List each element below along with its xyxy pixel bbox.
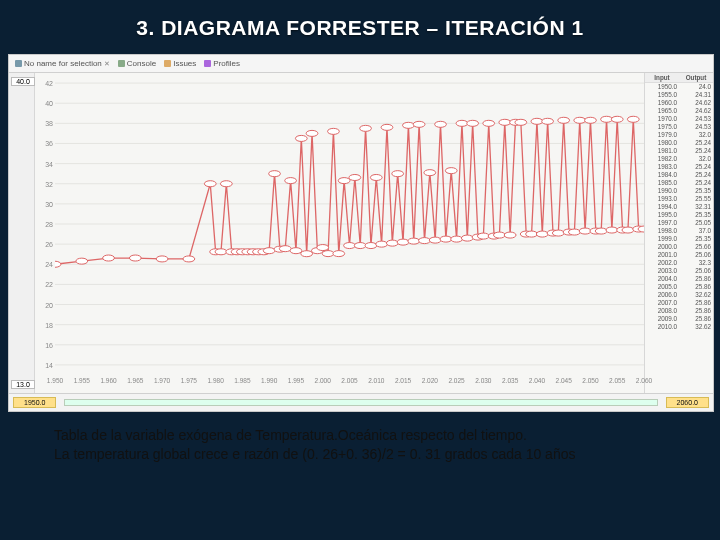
- svg-point-17: [103, 255, 115, 261]
- tab-profiles[interactable]: Profiles: [204, 59, 240, 68]
- svg-point-76: [499, 119, 511, 125]
- table-row: 2008.025.86: [645, 307, 713, 315]
- y-min-input[interactable]: [11, 380, 35, 389]
- svg-point-95: [601, 116, 613, 122]
- svg-point-67: [451, 236, 463, 242]
- svg-point-44: [328, 128, 340, 134]
- table-row: 2007.025.86: [645, 299, 713, 307]
- y-tick: 28: [45, 221, 53, 228]
- x-tick: 1.960: [100, 377, 116, 384]
- slide-title: 3. DIAGRAMA FORRESTER – ITERACIÓN 1: [0, 0, 720, 50]
- table-row: 1998.037.0: [645, 227, 713, 235]
- svg-point-50: [360, 125, 372, 131]
- svg-point-100: [627, 116, 639, 122]
- svg-point-51: [365, 243, 377, 249]
- table-row: 1985.025.24: [645, 179, 713, 187]
- y-max-input[interactable]: [11, 77, 35, 86]
- chart-area: 141618202224262830323436384042 1.9501.95…: [35, 73, 644, 393]
- plot[interactable]: [55, 73, 644, 375]
- y-tick: 22: [45, 281, 53, 288]
- svg-point-55: [386, 240, 398, 246]
- y-tick: 30: [45, 200, 53, 207]
- svg-point-65: [440, 236, 452, 242]
- svg-point-91: [579, 228, 591, 234]
- x-tick: 2.050: [582, 377, 598, 384]
- svg-point-42: [317, 245, 329, 251]
- x-tick: 1.965: [127, 377, 143, 384]
- tab-issues[interactable]: Issues: [164, 59, 196, 68]
- svg-point-21: [204, 181, 216, 187]
- svg-point-24: [220, 181, 232, 187]
- svg-point-94: [595, 228, 607, 234]
- issues-icon: [164, 60, 171, 67]
- x-tick: 1.995: [288, 377, 304, 384]
- table-row: 1965.024.62: [645, 107, 713, 115]
- x-tick: 2.045: [556, 377, 572, 384]
- table-row: 2004.025.86: [645, 275, 713, 283]
- profiles-icon: [204, 60, 211, 67]
- svg-point-48: [349, 174, 361, 180]
- svg-point-47: [344, 243, 356, 249]
- tab-selection[interactable]: No name for selection✕: [15, 59, 110, 68]
- slider-track[interactable]: [64, 399, 657, 406]
- table-row: 2002.032.3: [645, 259, 713, 267]
- y-tick: 14: [45, 361, 53, 368]
- caption-line-1: Tabla de la variable exógena de Temperat…: [54, 426, 666, 445]
- table-rows: 1950.024.01955.024.311960.024.621965.024…: [645, 83, 713, 331]
- svg-point-36: [285, 178, 297, 184]
- x-tick: 2.000: [315, 377, 331, 384]
- table-row: 1990.025.35: [645, 187, 713, 195]
- data-table: Input Output 1950.024.01955.024.311960.0…: [644, 73, 713, 393]
- y-tick: 40: [45, 100, 53, 107]
- x-tick: 1.975: [181, 377, 197, 384]
- table-row: 2001.025.06: [645, 251, 713, 259]
- svg-point-92: [585, 117, 597, 123]
- svg-point-68: [456, 120, 468, 126]
- slider-end[interactable]: 2060.0: [666, 397, 709, 408]
- work-row: 141618202224262830323436384042 1.9501.95…: [9, 73, 713, 393]
- svg-point-20: [183, 256, 195, 262]
- svg-point-81: [526, 231, 538, 237]
- svg-point-33: [269, 171, 281, 177]
- col-input: Input: [645, 73, 679, 82]
- svg-point-61: [419, 238, 431, 244]
- svg-point-35: [279, 246, 291, 252]
- table-row: 2009.025.86: [645, 315, 713, 323]
- table-row: 1999.025.35: [645, 235, 713, 243]
- table-row: 2005.025.86: [645, 283, 713, 291]
- svg-point-46: [338, 178, 350, 184]
- x-tick: 2.035: [502, 377, 518, 384]
- svg-point-86: [552, 230, 564, 236]
- svg-point-54: [381, 124, 393, 130]
- svg-point-38: [295, 135, 307, 141]
- tab-label: Profiles: [213, 59, 240, 68]
- svg-point-57: [397, 239, 409, 245]
- svg-point-66: [445, 168, 457, 174]
- svg-point-39: [301, 251, 313, 257]
- table-header: Input Output: [645, 73, 713, 83]
- svg-point-15: [55, 261, 61, 267]
- y-tick: 38: [45, 120, 53, 127]
- x-tick: 1.980: [207, 377, 223, 384]
- x-tick: 2.055: [609, 377, 625, 384]
- x-tick: 2.060: [636, 377, 652, 384]
- table-row: 1982.032.0: [645, 155, 713, 163]
- x-tick: 1.990: [261, 377, 277, 384]
- x-tick: 2.010: [368, 377, 384, 384]
- svg-point-79: [515, 119, 527, 125]
- y-tick: 18: [45, 321, 53, 328]
- table-row: 1975.024.53: [645, 123, 713, 131]
- slider-start[interactable]: 1950.0: [13, 397, 56, 408]
- svg-point-77: [504, 232, 516, 238]
- close-icon[interactable]: ✕: [104, 60, 110, 68]
- svg-point-82: [531, 118, 543, 124]
- tab-console[interactable]: Console: [118, 59, 156, 68]
- svg-point-84: [542, 118, 554, 124]
- svg-point-40: [306, 130, 318, 136]
- app-window: No name for selection✕ Console Issues Pr…: [8, 54, 714, 412]
- col-output: Output: [679, 73, 713, 82]
- x-tick: 2.005: [341, 377, 357, 384]
- x-tick: 1.955: [74, 377, 90, 384]
- svg-point-32: [263, 248, 275, 254]
- x-tick: 2.020: [422, 377, 438, 384]
